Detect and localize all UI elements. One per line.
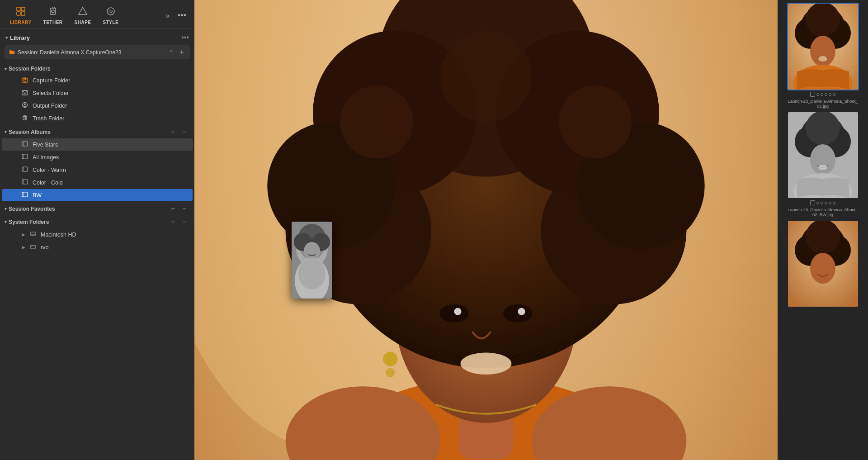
tree-item-all-images[interactable]: All Images: [2, 151, 193, 163]
thumbnail-3-image: [788, 221, 858, 307]
rvo-icon: [30, 243, 37, 251]
session-favorites-collapse-icon: ▾: [5, 206, 7, 211]
svg-point-5: [52, 10, 54, 13]
system-folders-collapse-icon: ▾: [5, 219, 7, 224]
thumbnail-2-dot-1: [816, 202, 819, 204]
session-favorites-remove-button[interactable]: －: [179, 204, 189, 213]
color-warm-label: Color - Warm: [33, 167, 66, 173]
style-icon: [106, 6, 116, 19]
section-session-favorites[interactable]: ▾ Session Favorites ＋ －: [0, 202, 194, 215]
main-content: Launch-23_Daniella-Almona_Shoot_02.jpg: [194, 0, 868, 460]
thumbnail-1[interactable]: [788, 4, 858, 90]
session-favorites-add-button[interactable]: ＋: [168, 204, 178, 213]
session-add-button[interactable]: ＋: [178, 47, 185, 57]
section-session-albums[interactable]: ▾ Session Albums ＋ －: [0, 125, 194, 138]
library-collapse-arrow[interactable]: ▾: [5, 35, 8, 41]
selects-folder-icon: [22, 89, 29, 97]
thumbnail-1-dots-row: [810, 92, 835, 97]
thumbnail-1-dot-4: [829, 93, 831, 96]
session-albums-add-button[interactable]: ＋: [168, 128, 178, 136]
session-albums-remove-button[interactable]: －: [179, 128, 189, 136]
system-folders-remove-button[interactable]: －: [179, 218, 189, 226]
svg-rect-25: [22, 167, 28, 171]
svg-rect-1: [21, 12, 25, 15]
thumbnail-2-dot-3: [825, 202, 827, 204]
svg-rect-12: [22, 90, 28, 95]
capture-folder-icon: [22, 76, 29, 84]
svg-point-56: [503, 304, 533, 322]
thumbnail-3[interactable]: [788, 221, 858, 307]
svg-point-57: [454, 308, 461, 315]
toolbar-more-button[interactable]: •••: [175, 9, 189, 22]
session-folders-label: Session Folders: [9, 66, 189, 72]
svg-point-91: [806, 221, 840, 254]
svg-point-54: [440, 31, 532, 122]
svg-rect-23: [22, 154, 28, 159]
thumbnail-item-2: Launch-23_Daniella-Almona_Shoot_02_BW.jp…: [780, 112, 865, 217]
section-session-folders[interactable]: ▾ Session Folders: [0, 63, 194, 74]
tree-item-five-stars[interactable]: Five Stars: [2, 138, 193, 151]
svg-point-84: [810, 144, 835, 175]
bw-label: BW: [33, 192, 42, 199]
session-selector[interactable]: Session: Daniella Almona X CaptureOne23 …: [5, 45, 190, 59]
tab-library[interactable]: LIBRARY: [5, 5, 36, 27]
tab-style[interactable]: STYLE: [99, 5, 123, 27]
thumbnail-1-dot-5: [833, 93, 835, 96]
popup-thumb-image: [292, 222, 332, 299]
svg-rect-29: [22, 192, 28, 197]
section-system-folders[interactable]: ▾ System Folders ＋ －: [0, 215, 194, 228]
tree-item-selects-folder[interactable]: Selects Folder: [2, 87, 193, 99]
svg-rect-14: [23, 116, 27, 120]
thumbnail-1-dot-3: [825, 93, 827, 96]
session-albums-collapse-icon: ▾: [5, 129, 7, 134]
right-panel: Launch-23_Daniella-Almona_Shoot_02.jpg: [778, 0, 868, 460]
selects-folder-label: Selects Folder: [33, 90, 69, 96]
tree-item-color-warm[interactable]: Color - Warm: [2, 164, 193, 176]
thumbnail-2-dot-4: [829, 202, 831, 204]
svg-rect-10: [22, 78, 28, 82]
tree-item-capture-folder[interactable]: Capture Folder: [2, 74, 193, 86]
svg-point-85: [818, 165, 827, 170]
shape-icon: [78, 6, 88, 19]
thumbnail-1-dot-1: [816, 93, 819, 96]
svg-point-70: [298, 258, 326, 289]
tree-item-output-folder[interactable]: Output Folder: [2, 100, 193, 112]
svg-point-68: [304, 242, 320, 260]
library-header: ▾ Library •••: [0, 29, 194, 44]
library-title: Library: [10, 34, 181, 41]
svg-rect-0: [17, 12, 20, 15]
thumbnail-2-filename: Launch-23_Daniella-Almona_Shoot_02_BW.jp…: [787, 207, 859, 217]
svg-rect-27: [22, 180, 28, 184]
thumbnail-2-checkbox[interactable]: [810, 200, 815, 205]
tree-item-trash-folder[interactable]: Trash Folder: [2, 112, 193, 124]
svg-point-58: [518, 308, 525, 315]
tree-item-macintosh-hd[interactable]: ▶ Macintosh HD: [2, 228, 193, 241]
rvo-label: rvo: [41, 244, 48, 251]
thumbnail-2-dots-row: [810, 200, 835, 205]
system-folders-label: System Folders: [9, 219, 166, 225]
thumbnail-item-3: [780, 221, 865, 307]
svg-point-83: [806, 112, 840, 145]
library-options-button[interactable]: •••: [181, 33, 189, 42]
svg-point-52: [340, 85, 413, 158]
five-stars-label: Five Stars: [33, 142, 58, 148]
system-folders-add-button[interactable]: ＋: [168, 218, 178, 226]
session-label: Session: Daniella Almona X CaptureOne23: [18, 49, 166, 56]
svg-point-11: [24, 79, 26, 81]
all-images-label: All Images: [33, 154, 59, 161]
tab-shape[interactable]: SHAPE: [70, 5, 96, 27]
toolbar-expand-button[interactable]: »: [163, 10, 172, 22]
session-folders-collapse-icon: ▾: [5, 66, 7, 71]
svg-point-59: [461, 353, 512, 375]
tab-tether[interactable]: TETHER: [39, 5, 67, 27]
svg-rect-3: [21, 7, 25, 11]
session-arrow-icon: ⌃: [169, 49, 174, 56]
tree-item-color-cold[interactable]: Color - Cold: [2, 176, 193, 189]
macintosh-hd-label: Macintosh HD: [41, 232, 76, 238]
thumbnail-1-checkbox[interactable]: [810, 92, 815, 97]
svg-rect-4: [50, 8, 56, 14]
tree-item-rvo[interactable]: ▶ rvo: [2, 241, 193, 253]
thumbnail-2[interactable]: [788, 112, 858, 198]
tree-item-bw[interactable]: BW: [2, 189, 193, 201]
thumbnail-item-1: Launch-23_Daniella-Almona_Shoot_02.jpg: [780, 4, 865, 109]
